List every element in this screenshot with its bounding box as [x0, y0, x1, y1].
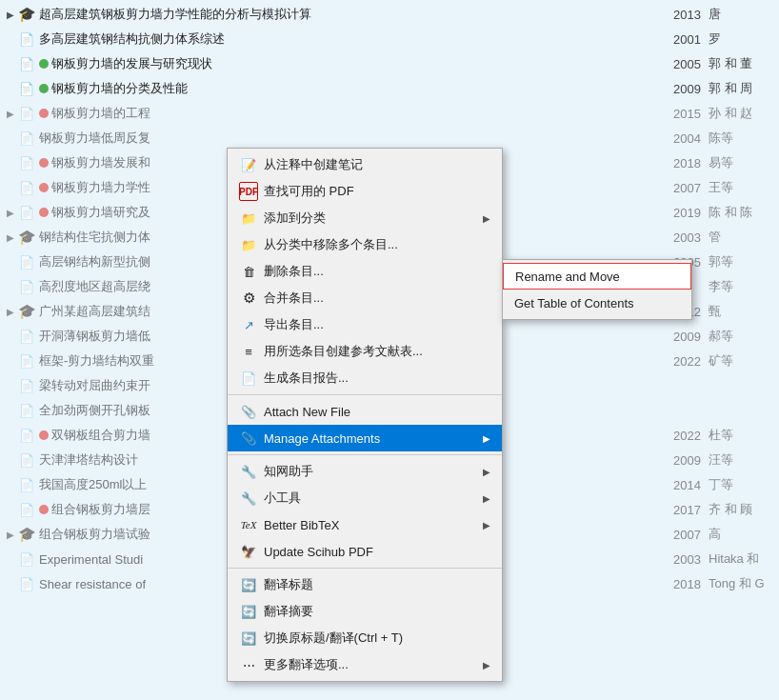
tool2-icon: 🔧 — [239, 489, 258, 508]
menu-item-more-options[interactable]: ⋯ 更多翻译选项... ▶ — [228, 651, 502, 678]
row-author: Tong 和 G — [709, 575, 775, 592]
row-year: 2007 — [661, 181, 709, 195]
row-author: 甄 — [709, 303, 775, 320]
row-year: 2013 — [661, 8, 709, 22]
more-icon: ⋯ — [239, 655, 258, 674]
menu-separator — [228, 568, 502, 569]
row-year: 2014 — [661, 478, 709, 492]
expand-arrow[interactable]: ▶ — [4, 232, 17, 243]
status-dot-red — [39, 109, 49, 118]
folder-icon: 📁 — [239, 209, 258, 228]
expand-arrow[interactable]: ▶ — [4, 208, 17, 218]
row-year: 2022 — [661, 429, 709, 443]
article-icon: 📄 — [17, 129, 36, 148]
expand-arrow[interactable]: ▶ — [4, 109, 17, 119]
menu-item-update-scihub[interactable]: 🦅 Update Scihub PDF — [228, 538, 502, 565]
menu-item-create-note[interactable]: 📝 从注释中创建笔记 — [228, 151, 502, 178]
menu-item-remove-category[interactable]: 📁 从分类中移除多个条目... — [228, 231, 502, 258]
pdf-find-icon: PDF — [239, 182, 258, 201]
menu-label: 生成条目报告... — [264, 370, 490, 387]
trash-icon: 🗑 — [239, 262, 258, 281]
row-author: 易等 — [709, 154, 775, 171]
bib-icon: ≡ — [239, 342, 258, 361]
row-year: 2005 — [661, 57, 709, 71]
list-item[interactable]: 📄 钢板剪力墙的发展与研究现状 2005 郭 和 董 — [0, 51, 779, 76]
menu-item-generate-report[interactable]: 📄 生成条目报告... — [228, 365, 502, 391]
menu-label: 切换原标题/翻译(Ctrl + T) — [264, 630, 490, 647]
tool-icon: 🔧 — [239, 462, 258, 481]
article-icon: 📄 — [17, 203, 36, 222]
book-icon: 🎓 — [17, 525, 36, 544]
row-author: 王等 — [709, 179, 775, 196]
menu-item-find-pdf[interactable]: PDF 查找可用的 PDF — [228, 178, 502, 205]
row-author: 杜等 — [709, 427, 775, 444]
list-item[interactable]: 📄 钢板剪力墙的分类及性能 2009 郭 和 周 — [0, 76, 779, 101]
submenu-arrow-icon: ▶ — [483, 493, 490, 504]
row-year: 2009 — [661, 330, 709, 344]
row-title: 钢板剪力墙的分类及性能 — [51, 80, 661, 97]
row-year: 2017 — [661, 503, 709, 517]
attach-icon: 📎 — [239, 402, 258, 421]
row-author: 罗 — [709, 30, 775, 48]
article-icon: 📄 — [17, 252, 36, 271]
switch-icon: 🔄 — [239, 629, 258, 648]
note-icon: 📝 — [239, 155, 258, 174]
menu-item-delete[interactable]: 🗑 删除条目... — [228, 258, 502, 285]
list-item[interactable]: ▶ 📄 钢板剪力墙的工程 2015 孙 和 赵 — [0, 101, 779, 126]
row-author: 唐 — [709, 6, 775, 23]
submenu-arrow-icon: ▶ — [483, 213, 490, 224]
row-title: 钢板剪力墙的工程 — [51, 105, 661, 122]
list-item[interactable]: 📄 多高层建筑钢结构抗侧力体系综述 2001 罗 — [0, 27, 779, 51]
status-dot-green — [39, 84, 49, 93]
menu-label: 小工具 — [264, 490, 483, 507]
row-author: 郝等 — [709, 328, 775, 345]
submenu-item-toc[interactable]: Get Table of Contents — [503, 290, 691, 316]
menu-item-add-category[interactable]: 📁 添加到分类 ▶ — [228, 205, 502, 231]
article-icon: 📄 — [17, 104, 36, 123]
menu-item-export[interactable]: ↗ 导出条目... — [228, 311, 502, 338]
row-year: 2009 — [661, 453, 709, 468]
menu-item-zhi-helper[interactable]: 🔧 知网助手 ▶ — [228, 458, 502, 485]
context-menu: 📝 从注释中创建笔记 PDF 查找可用的 PDF 📁 添加到分类 ▶ 📁 从分类… — [227, 148, 503, 682]
row-year: 2019 — [661, 206, 709, 220]
expand-arrow[interactable]: ▶ — [4, 10, 17, 20]
menu-item-switch-title[interactable]: 🔄 切换原标题/翻译(Ctrl + T) — [228, 625, 502, 651]
submenu-arrow-icon: ▶ — [483, 433, 490, 444]
menu-item-translate-title[interactable]: 🔄 翻译标题 — [228, 571, 502, 598]
row-year: 2018 — [661, 156, 709, 170]
expand-arrow[interactable]: ▶ — [4, 307, 17, 317]
row-year: 2022 — [661, 354, 709, 369]
menu-item-manage-attachments[interactable]: 📎 Manage Attachments ▶ — [228, 425, 502, 451]
list-item[interactable]: ▶ 🎓 超高层建筑钢板剪力墙力学性能的分析与模拟计算 2013 唐 — [0, 2, 779, 27]
expand-arrow[interactable]: ▶ — [4, 530, 17, 540]
article-icon: 📄 — [17, 450, 36, 470]
report-icon: 📄 — [239, 369, 258, 388]
status-dot-red — [39, 505, 49, 514]
status-dot-red — [39, 158, 49, 168]
menu-label: Manage Attachments — [264, 431, 483, 446]
row-author: Hitaka 和 — [709, 550, 775, 568]
row-author: 丁等 — [709, 476, 775, 493]
article-icon: 📄 — [17, 54, 36, 73]
row-year: 2003 — [661, 230, 709, 245]
menu-item-small-tools[interactable]: 🔧 小工具 ▶ — [228, 485, 502, 511]
article-icon: 📄 — [17, 277, 36, 296]
export-icon: ↗ — [239, 315, 258, 334]
row-author: 管 — [709, 229, 775, 246]
submenu-arrow-icon: ▶ — [483, 660, 490, 670]
article-icon: 📄 — [17, 30, 36, 49]
article-icon: 📄 — [17, 79, 36, 98]
article-icon: 📄 — [17, 475, 36, 494]
submenu-item-rename-move[interactable]: Rename and Move — [503, 263, 691, 290]
menu-item-translate-abstract[interactable]: 🔄 翻译摘要 — [228, 598, 502, 625]
row-title: 钢板剪力墙的发展与研究现状 — [51, 55, 661, 72]
menu-item-create-bib[interactable]: ≡ 用所选条目创建参考文献表... — [228, 338, 502, 365]
article-icon: 📄 — [17, 426, 36, 445]
menu-label: Attach New File — [264, 405, 490, 419]
menu-item-better-bibtex[interactable]: TeX Better BibTeX ▶ — [228, 511, 502, 538]
article-icon: 📄 — [17, 351, 36, 370]
row-author: 郭等 — [709, 253, 775, 270]
menu-item-attach-file[interactable]: 📎 Attach New File — [228, 398, 502, 425]
menu-label: 删除条目... — [264, 263, 490, 280]
menu-item-merge[interactable]: ⚙ 合并条目... — [228, 285, 502, 311]
